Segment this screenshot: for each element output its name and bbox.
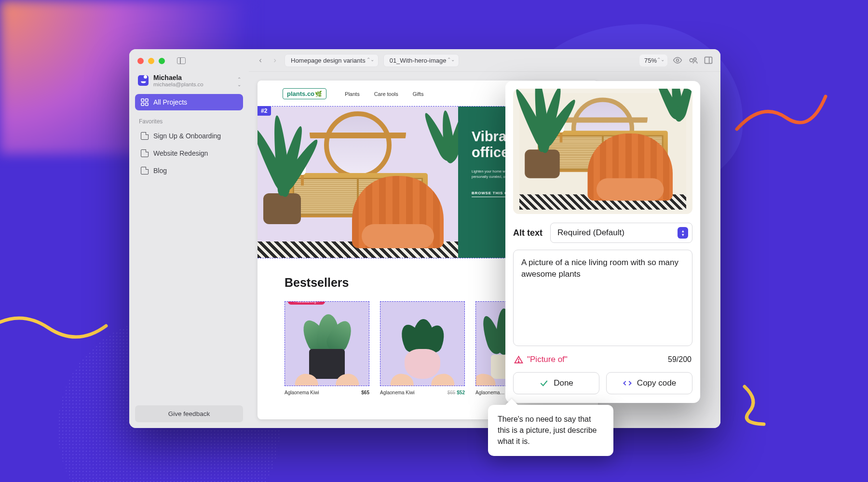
window-controls — [135, 55, 243, 71]
svg-rect-1 — [146, 99, 149, 102]
back-button[interactable]: ‹ — [256, 55, 265, 65]
svg-rect-0 — [141, 99, 144, 102]
plant-icon — [380, 302, 464, 386]
svg-rect-7 — [705, 57, 712, 63]
check-icon — [539, 378, 549, 388]
give-feedback-button[interactable]: Give feedback — [135, 405, 243, 422]
alt-text-input[interactable] — [513, 250, 692, 346]
fullscreen-icon[interactable] — [159, 58, 165, 64]
grid-icon — [141, 98, 149, 106]
plant-icon — [285, 302, 369, 386]
stepper-icon — [678, 227, 688, 239]
inspector-preview — [513, 89, 692, 214]
product-card[interactable]: Aglaonema Kiwi$65$52 — [380, 301, 465, 395]
copy-code-button[interactable]: Copy code — [606, 372, 692, 394]
avatar — [138, 75, 149, 86]
sidebar-item-signup[interactable]: Sign Up & Onboarding — [135, 128, 243, 144]
breadcrumb-page[interactable]: 01_With-hero-image⌃⌄ — [383, 54, 460, 67]
hero-image — [258, 107, 458, 258]
sidebar-item-label: Blog — [153, 167, 167, 174]
svg-point-4 — [677, 59, 679, 62]
sidebar-item-label: All Projects — [153, 98, 187, 106]
minimize-icon[interactable] — [148, 58, 154, 64]
sidebar-item-blog[interactable]: Blog — [135, 162, 243, 179]
user-name: Michaela — [153, 74, 203, 81]
breadcrumb-project[interactable]: Homepage design variants⌃⌄ — [285, 54, 379, 67]
product-name: Aglaonema Kiwi — [380, 390, 415, 395]
product-price: $65$52 — [448, 390, 465, 395]
toolbar: ‹ › Homepage design variants⌃⌄ 01_With-h… — [249, 49, 720, 72]
product-name: Aglaonema… — [475, 390, 505, 395]
svg-rect-2 — [141, 103, 144, 106]
zoom-control[interactable]: 75%⌃⌄ — [639, 54, 667, 67]
alt-text-label: Alt text — [513, 228, 542, 238]
svg-rect-3 — [146, 103, 149, 106]
preview-icon[interactable] — [672, 55, 683, 66]
folder-icon — [141, 149, 149, 157]
bg-squiggle — [0, 299, 111, 347]
inspector-panel: Alt text Required (Default) "Picture of"… — [505, 81, 700, 403]
sidebar-item-label: Sign Up & Onboarding — [153, 132, 221, 140]
svg-point-5 — [690, 59, 693, 62]
code-icon — [623, 378, 632, 388]
chevron-updown-icon: ⌃⌄ — [237, 77, 240, 87]
character-count: 59/200 — [668, 355, 692, 364]
sidebar-item-label: Website Redesign — [153, 149, 208, 157]
close-icon[interactable] — [137, 58, 144, 64]
folder-icon — [141, 132, 149, 140]
product-name: Aglaonema Kiwi — [285, 390, 319, 395]
sidebar-item-all-projects[interactable]: All Projects — [135, 94, 243, 110]
svg-point-6 — [694, 58, 696, 60]
share-icon[interactable] — [688, 55, 698, 66]
room-illustration — [519, 93, 686, 210]
bg-squiggle — [738, 381, 781, 429]
user-email: michaela@plants.co — [153, 81, 203, 87]
svg-point-10 — [518, 361, 519, 362]
bg-squiggle — [733, 87, 829, 145]
panel-toggle-icon[interactable] — [703, 55, 714, 66]
mock-nav: Plants Care tools Gifts — [345, 91, 423, 97]
done-button[interactable]: Done — [513, 372, 599, 394]
folder-icon — [141, 167, 149, 174]
mock-logo: plants.co🌿 — [283, 88, 326, 99]
sidebar-toggle-icon[interactable] — [177, 57, 186, 64]
warning-tooltip: There's no need to say that this is a pi… — [488, 405, 613, 456]
forward-button[interactable]: › — [270, 55, 280, 65]
sidebar-item-redesign[interactable]: Website Redesign — [135, 145, 243, 161]
alt-text-mode-select[interactable]: Required (Default) — [550, 223, 692, 243]
warning-icon — [514, 355, 523, 364]
alt-text-warning[interactable]: "Picture of" — [514, 355, 568, 364]
product-card[interactable]: …Mostwanting… Aglaonema Kiwi$65 — [285, 301, 369, 395]
product-price: $65 — [361, 390, 369, 395]
sidebar: Michaela michaela@plants.co ⌃⌄ All Proje… — [129, 49, 249, 428]
sidebar-section-label: Favorites — [135, 111, 243, 128]
account-switcher[interactable]: Michaela michaela@plants.co ⌃⌄ — [135, 71, 243, 94]
room-illustration — [258, 107, 458, 258]
selection-badge: #2 — [258, 106, 271, 116]
